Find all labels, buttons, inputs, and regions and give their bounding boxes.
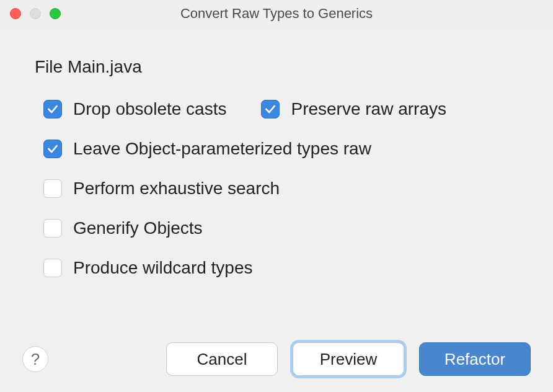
perform-exhaustive-search-checkbox[interactable]: Perform exhaustive search [43,179,280,198]
leave-object-parameterized-checkbox[interactable]: Leave Object-parameterized types raw [43,139,371,159]
checkbox-label: Leave Object-parameterized types raw [73,139,371,159]
drop-obsolete-casts-checkbox[interactable]: Drop obsolete casts [43,99,226,119]
refactor-button[interactable]: Refactor [419,342,531,376]
checkbox-box [43,259,62,277]
dialog-footer: ? Cancel Preview Refactor [0,342,553,376]
help-button[interactable]: ? [22,346,48,372]
minimize-window-button[interactable] [30,8,41,19]
preserve-raw-arrays-checkbox[interactable]: Preserve raw arrays [261,99,446,119]
checkbox-label: Generify Objects [73,218,203,238]
close-window-button[interactable] [10,8,21,19]
checkbox-label: Produce wildcard types [73,258,252,278]
generify-objects-checkbox[interactable]: Generify Objects [43,218,203,238]
dialog-content: File Main.java Drop obsolete casts Prese… [0,27,553,278]
titlebar: Convert Raw Types to Generics [0,0,553,27]
checkbox-label: Perform exhaustive search [73,179,280,198]
options-group: Drop obsolete casts Preserve raw arrays … [35,99,518,278]
checkmark-icon [264,103,276,115]
checkbox-label: Preserve raw arrays [291,99,446,119]
window-title: Convert Raw Types to Generics [0,6,553,22]
maximize-window-button[interactable] [50,8,61,19]
window-controls [10,8,61,19]
checkbox-box [43,140,62,158]
preview-button[interactable]: Preview [293,342,404,376]
produce-wildcard-types-checkbox[interactable]: Produce wildcard types [43,258,252,278]
checkbox-box [43,100,62,118]
button-group: Cancel Preview Refactor [166,342,531,376]
checkbox-label: Drop obsolete casts [73,99,226,119]
checkmark-icon [46,143,59,155]
checkbox-box [43,219,62,238]
file-label: File Main.java [35,57,518,77]
checkbox-box [261,100,280,118]
checkbox-box [43,179,62,198]
checkmark-icon [46,103,59,115]
cancel-button[interactable]: Cancel [166,342,278,376]
